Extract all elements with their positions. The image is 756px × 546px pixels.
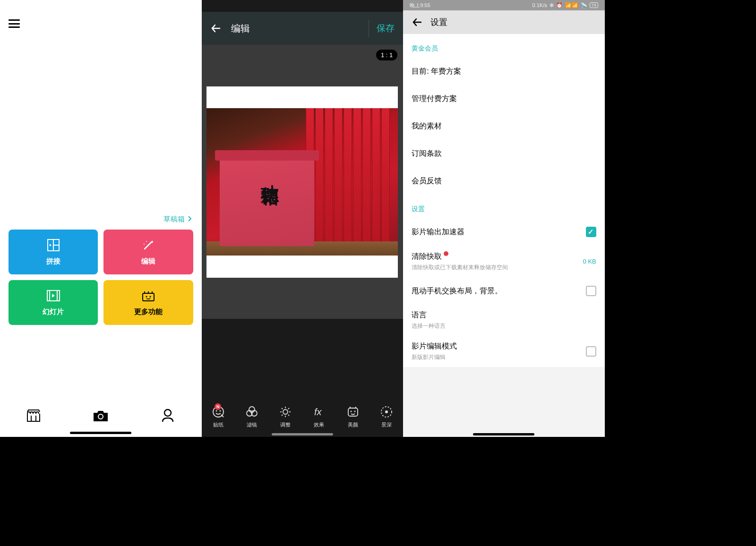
wifi-icon: 📡 [581, 2, 587, 9]
row-feedback[interactable]: 会员反馈 [412, 167, 596, 195]
edit-screen: 编辑 保存 1 : 1 功德箱 N 贴纸 滤镜 [202, 0, 404, 437]
tool-effect[interactable]: fx 效果 [312, 405, 326, 428]
home-indicator [272, 433, 333, 435]
svg-point-6 [144, 244, 145, 245]
divider [369, 20, 369, 37]
row-video-edit-mode[interactable]: 影片编辑模式 新版影片编辑 [412, 336, 596, 367]
row-label: 影片输出加速器 [412, 227, 586, 237]
tool-beauty[interactable]: 美颜 [346, 405, 360, 428]
photo-frame: 功德箱 [206, 86, 398, 278]
tile-label: 编辑 [141, 257, 155, 266]
row-materials[interactable]: 我的素材 [412, 112, 596, 140]
section-title-premium: 黄金会员 [412, 34, 596, 58]
home-spacer [0, 35, 202, 215]
edit-title: 编辑 [231, 22, 369, 35]
tool-sticker[interactable]: N 贴纸 [212, 405, 225, 428]
tile-grid: 拼接 编辑 幻灯片 更多功能 [0, 230, 202, 325]
effect-icon: fx [312, 405, 326, 418]
svg-line-31 [288, 415, 289, 416]
tile-label: 拼接 [46, 257, 60, 266]
slideshow-icon [46, 289, 60, 303]
tool-label: 滤镜 [247, 421, 257, 428]
svg-line-4 [145, 242, 151, 249]
store-nav-icon[interactable] [25, 407, 42, 424]
bluetooth-icon: ✻ [550, 2, 554, 9]
settings-body: 黄金会员 目前: 年费方案 管理付费方案 我的素材 订阅条款 会员反馈 设置 影… [403, 34, 605, 367]
more-tile[interactable]: 更多功能 [103, 280, 193, 325]
back-icon[interactable] [412, 17, 423, 28]
tool-filter[interactable]: 滤镜 [245, 405, 258, 428]
slideshow-tile[interactable]: 幻灯片 [9, 280, 98, 325]
settings-screen: 晚上9:55 0.1K/s ✻ ⏰ 📶📶 📡 74 设置 黄金会员 目前: 年费… [403, 0, 605, 437]
row-label: 影片编辑模式 [412, 341, 586, 351]
row-label: 清除快取 [412, 251, 583, 262]
svg-point-20 [216, 410, 217, 412]
svg-rect-9 [57, 290, 60, 301]
svg-rect-8 [47, 290, 50, 301]
svg-line-33 [288, 408, 289, 409]
svg-text:fx: fx [314, 407, 322, 417]
row-sublabel: 选择一种语言 [412, 322, 596, 330]
svg-point-17 [99, 415, 103, 418]
tile-label: 更多功能 [134, 307, 163, 316]
svg-rect-11 [143, 293, 154, 301]
row-sublabel: 新版影片编辑 [412, 353, 586, 361]
checkbox[interactable] [586, 227, 596, 237]
svg-point-39 [385, 410, 388, 413]
tool-label: 贴纸 [213, 421, 223, 428]
svg-point-13 [149, 296, 151, 298]
tool-depth[interactable]: 景深 [380, 405, 393, 428]
tool-adjust[interactable]: 调整 [279, 405, 292, 428]
row-clear-cache[interactable]: 清除快取 清除快取或已下载素材来释放储存空间 0 KB [412, 246, 596, 277]
svg-line-32 [282, 415, 283, 416]
svg-point-18 [164, 410, 171, 416]
svg-point-36 [350, 411, 352, 412]
canvas-spacer [202, 319, 404, 383]
tool-label: 调整 [280, 421, 291, 428]
checkbox[interactable] [586, 286, 596, 296]
wand-icon [141, 238, 155, 252]
row-current-plan[interactable]: 目前: 年费方案 [412, 58, 596, 85]
settings-header: 设置 [403, 10, 605, 34]
save-button[interactable]: 保存 [377, 22, 395, 34]
svg-line-30 [282, 408, 283, 409]
menu-icon[interactable] [9, 19, 20, 28]
row-language[interactable]: 语言 选择一种语言 [412, 305, 596, 336]
chevron-right-icon [188, 215, 192, 223]
canvas-area[interactable]: 1 : 1 功德箱 [202, 45, 404, 319]
home-screen: 草稿箱 拼接 编辑 幻灯片 更多功能 [0, 0, 202, 437]
beauty-icon [346, 405, 360, 418]
row-shake[interactable]: 甩动手机交换布局，背景。 [412, 277, 596, 305]
aspect-ratio-badge[interactable]: 1 : 1 [376, 50, 397, 60]
notification-dot [444, 251, 448, 256]
edit-header: 编辑 保存 [202, 12, 404, 45]
svg-rect-35 [348, 408, 358, 416]
back-icon[interactable] [210, 23, 222, 34]
depth-icon [380, 405, 393, 418]
edit-toolbar: N 贴纸 滤镜 调整 fx 效果 美颜 景深 [202, 397, 404, 437]
svg-point-25 [283, 410, 288, 414]
status-time: 晚上9:55 [410, 2, 430, 9]
row-sublabel: 清除快取或已下载素材来释放储存空间 [412, 264, 583, 272]
status-net: 0.1K/s [533, 2, 547, 8]
home-indicator [473, 433, 534, 435]
tool-label: 美颜 [348, 421, 358, 428]
row-label: 订阅条款 [412, 149, 596, 159]
photo-content: 功德箱 [206, 108, 398, 256]
drafts-link[interactable]: 草稿箱 [0, 215, 202, 230]
tool-label: 景深 [381, 421, 392, 428]
bottom-nav [0, 394, 202, 437]
checkbox[interactable] [586, 346, 596, 357]
store-icon [141, 289, 155, 303]
row-terms[interactable]: 订阅条款 [412, 140, 596, 167]
filter-icon [245, 405, 258, 418]
status-bar: 晚上9:55 0.1K/s ✻ ⏰ 📶📶 📡 74 [403, 0, 605, 10]
row-accelerator[interactable]: 影片输出加速器 [412, 218, 596, 246]
camera-nav-icon[interactable] [92, 407, 109, 424]
collage-tile[interactable]: 拼接 [9, 230, 98, 274]
row-manage-plan[interactable]: 管理付费方案 [412, 85, 596, 112]
profile-nav-icon[interactable] [159, 407, 176, 424]
edit-tile[interactable]: 编辑 [103, 230, 193, 274]
tool-label: 效果 [314, 421, 324, 428]
donation-box: 功德箱 [220, 159, 314, 246]
